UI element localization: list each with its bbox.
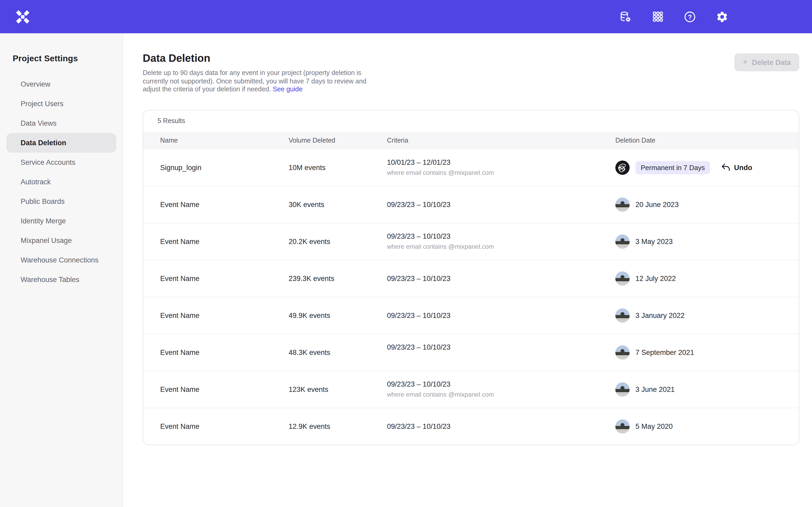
apps-grid-icon[interactable] <box>651 10 664 23</box>
table-row: Event Name 12.9K events 09/23/23 – 10/10… <box>143 407 799 444</box>
row-deletion-date: 5 May 2020 <box>598 419 799 433</box>
row-volume-deleted: 10M events <box>272 163 370 171</box>
row-event-name: Event Name <box>143 348 272 356</box>
row-criteria: 09/23/23 – 10/10/23 where email contains… <box>370 380 598 398</box>
data-management-icon[interactable] <box>619 10 632 23</box>
sidebar-item-warehouse-tables[interactable]: Warehouse Tables <box>6 270 116 289</box>
delete-data-button[interactable]: + Delete Data <box>734 53 799 71</box>
plus-icon: + <box>743 57 748 66</box>
sidebar-item-mixpanel-usage[interactable]: Mixpanel Usage <box>6 231 116 250</box>
avatar <box>615 308 629 323</box>
row-volume-deleted: 239.3K events <box>272 274 370 282</box>
sidebar-heading: Project Settings <box>13 54 123 63</box>
avatar <box>615 197 629 212</box>
sidebar-item-overview[interactable]: Overview <box>6 74 116 94</box>
table-row: Event Name 239.3K events 09/23/23 – 10/1… <box>143 260 799 296</box>
column-header-name: Name <box>143 137 272 144</box>
row-event-name: Event Name <box>143 201 272 208</box>
row-deletion-date: 3 June 2021 <box>598 382 799 396</box>
deletion-date-text: 5 May 2020 <box>636 422 673 430</box>
topbar-icon-group: ? <box>619 10 728 23</box>
row-criteria-date-range: 09/23/23 – 10/10/23 <box>387 232 598 240</box>
sidebar-nav: OverviewProject UsersData ViewsData Dele… <box>0 74 123 289</box>
sidebar-item-service-accounts[interactable]: Service Accounts <box>6 153 116 172</box>
page-header: Data Deletion Delete up to 90 days data … <box>143 52 799 94</box>
table-row: Signup_login 10M events 10/01/23 – 12/01… <box>143 149 799 186</box>
results-count: 5 Results <box>143 110 799 132</box>
app-window: ? Project Settings OverviewProject Users… <box>0 0 812 507</box>
see-guide-link[interactable]: See guide <box>273 86 303 93</box>
row-criteria-filter: where email contains @mixpanel.com <box>387 243 598 250</box>
row-criteria-date-range: 09/23/23 – 10/10/23 <box>387 311 598 319</box>
row-criteria-date-range: 10/01/23 – 12/01/23 <box>387 158 598 166</box>
undo-icon <box>720 163 730 172</box>
column-header-deletion-date: Deletion Date <box>598 137 799 144</box>
sidebar-item-warehouse-connections[interactable]: Warehouse Connections <box>6 250 116 270</box>
row-criteria-date-range: 09/23/23 – 10/10/23 <box>387 274 598 282</box>
row-event-name: Event Name <box>143 237 272 245</box>
sidebar-item-identity-merge[interactable]: Identity Merge <box>6 211 116 231</box>
row-criteria: 09/23/23 – 10/10/23 <box>370 343 598 361</box>
row-criteria-date-range: 09/23/23 – 10/10/23 <box>387 422 598 430</box>
row-criteria: 09/23/23 – 10/10/23 <box>370 422 598 430</box>
sidebar-item-autotrack[interactable]: Autotrack <box>6 172 116 192</box>
deletion-date-text: 12 July 2022 <box>636 274 676 282</box>
row-event-name: Event Name <box>143 385 272 393</box>
avatar <box>615 345 629 359</box>
row-deletion-date: 12 July 2022 <box>598 271 799 285</box>
row-event-name: Event Name <box>143 311 272 319</box>
page-title: Data Deletion <box>143 52 382 64</box>
page-description-text: Delete up to 90 days data for any event … <box>143 69 366 93</box>
avatar <box>615 419 629 433</box>
row-deletion-date: Permanent in 7 Days Undo <box>598 160 799 175</box>
avatar <box>615 382 629 396</box>
row-criteria: 09/23/23 – 10/10/23 <box>370 274 598 282</box>
table-row: Event Name 48.3K events 09/23/23 – 10/10… <box>143 334 799 371</box>
undo-button[interactable]: Undo <box>720 163 752 172</box>
row-event-name: Event Name <box>143 422 272 430</box>
sidebar-item-project-users[interactable]: Project Users <box>6 94 116 114</box>
delete-data-button-label: Delete Data <box>752 58 791 66</box>
row-criteria: 10/01/23 – 12/01/23 where email contains… <box>370 158 598 176</box>
sidebar-item-data-deletion[interactable]: Data Deletion <box>6 133 116 153</box>
row-event-name: Event Name <box>143 274 272 282</box>
row-criteria: 09/23/23 – 10/10/23 <box>370 201 598 208</box>
status-badge: Permanent in 7 Days <box>636 161 710 174</box>
deletion-date-text: 7 September 2021 <box>636 348 694 356</box>
row-deletion-date: 3 May 2023 <box>598 234 799 248</box>
row-volume-deleted: 123K events <box>272 385 370 393</box>
row-criteria: 09/23/23 – 10/10/23 where email contains… <box>370 232 598 250</box>
row-volume-deleted: 30K events <box>272 201 370 208</box>
avatar <box>615 234 629 248</box>
row-criteria-date-range: 09/23/23 – 10/10/23 <box>387 380 598 388</box>
row-criteria: 09/23/23 – 10/10/23 <box>370 311 598 319</box>
row-criteria-date-range: 09/23/23 – 10/10/23 <box>387 343 598 351</box>
row-volume-deleted: 20.2K events <box>272 237 370 245</box>
row-volume-deleted: 49.9K events <box>272 311 370 319</box>
svg-text:?: ? <box>688 13 692 20</box>
table-body: Signup_login 10M events 10/01/23 – 12/01… <box>143 149 799 444</box>
row-criteria-date-range: 09/23/23 – 10/10/23 <box>387 201 598 208</box>
table-row: Event Name 49.9K events 09/23/23 – 10/10… <box>143 296 799 334</box>
table-row: Event Name 20.2K events 09/23/23 – 10/10… <box>143 223 799 260</box>
help-icon[interactable]: ? <box>683 10 696 23</box>
row-volume-deleted: 48.3K events <box>272 348 370 356</box>
undo-button-label: Undo <box>734 163 752 171</box>
table-row: Event Name 30K events 09/23/23 – 10/10/2… <box>143 186 799 223</box>
deletion-table-card: 5 Results Name Volume Deleted Criteria D… <box>143 110 799 445</box>
settings-sidebar: Project Settings OverviewProject UsersDa… <box>0 33 123 507</box>
row-deletion-date: 7 September 2021 <box>598 345 799 359</box>
sidebar-item-data-views[interactable]: Data Views <box>6 114 116 133</box>
avatar <box>615 160 629 175</box>
deletion-date-text: 3 June 2021 <box>636 385 675 393</box>
sidebar-item-public-boards[interactable]: Public Boards <box>6 192 116 211</box>
row-deletion-date: 20 June 2023 <box>598 197 799 212</box>
deletion-date-text: 3 May 2023 <box>636 237 673 245</box>
deletion-date-text: 20 June 2023 <box>636 201 679 208</box>
main-content: Data Deletion Delete up to 90 days data … <box>123 33 812 507</box>
settings-gear-icon[interactable] <box>716 10 728 23</box>
avatar <box>615 271 629 285</box>
mixpanel-logo[interactable] <box>14 8 31 25</box>
row-criteria-filter <box>387 354 598 361</box>
deletion-date-text: 3 January 2022 <box>636 311 684 319</box>
